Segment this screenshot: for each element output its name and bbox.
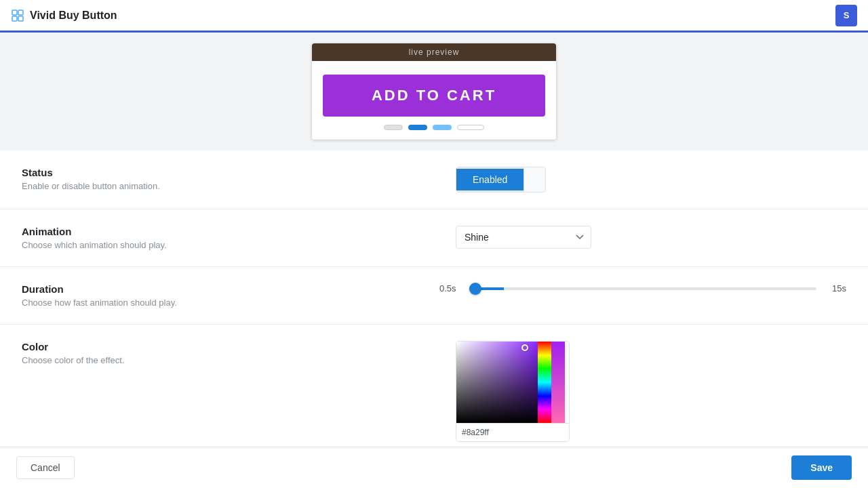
header-title: Vivid Buy Button	[30, 9, 117, 22]
duration-slider[interactable]	[469, 287, 816, 290]
color-hex-input[interactable]	[462, 428, 564, 437]
animation-row: Animation Choose which animation should …	[0, 209, 868, 267]
dot-2[interactable]	[408, 125, 427, 130]
duration-control: 0.5s 15s	[439, 283, 846, 293]
add-to-cart-button[interactable]: ADD TO CART	[323, 75, 545, 117]
status-row: Status Enable or disable button animatio…	[0, 150, 868, 209]
settings-container: Status Enable or disable button animatio…	[0, 150, 868, 459]
grid-icon	[11, 9, 24, 22]
toggle-disabled-side[interactable]	[524, 167, 545, 192]
color-label-col: Color Choose color of the effect.	[22, 341, 456, 365]
toggle-enabled-button[interactable]: Enabled	[456, 169, 524, 190]
animation-desc: Choose which animation should play.	[22, 240, 456, 250]
preview-body: ADD TO CART	[312, 61, 556, 140]
preview-section: live preview ADD TO CART	[0, 33, 868, 150]
color-desc: Choose color of the effect.	[22, 355, 456, 365]
slider-max-label: 15s	[825, 283, 846, 293]
color-hex-input-container	[456, 423, 569, 441]
preview-header: live preview	[312, 43, 556, 61]
animation-control: Shine Pulse Bounce Glow	[456, 226, 591, 249]
cancel-button[interactable]: Cancel	[16, 456, 75, 479]
color-spectrum-bar[interactable]	[538, 342, 551, 423]
color-row: Color Choose color of the effect.	[0, 325, 868, 459]
svg-rect-3	[18, 16, 23, 21]
color-picker-main	[456, 342, 569, 423]
dot-3[interactable]	[433, 125, 452, 130]
svg-rect-1	[18, 10, 23, 15]
save-button[interactable]: Save	[791, 455, 852, 480]
animation-label: Animation	[22, 226, 456, 237]
status-label-col: Status Enable or disable button animatio…	[22, 167, 456, 191]
color-label: Color	[22, 341, 456, 352]
duration-desc: Choose how fast animation should play.	[22, 298, 439, 308]
status-desc: Enable or disable button animation.	[22, 181, 456, 191]
svg-rect-0	[12, 10, 17, 15]
header-avatar[interactable]: S	[835, 5, 857, 26]
status-label: Status	[22, 167, 456, 178]
slider-min-label: 0.5s	[439, 283, 461, 293]
header-logo: Vivid Buy Button	[11, 9, 117, 22]
color-picker[interactable]	[456, 341, 570, 442]
status-control: Enabled	[456, 167, 591, 192]
color-opacity-bar[interactable]	[551, 342, 565, 423]
duration-label: Duration	[22, 283, 439, 295]
animation-label-col: Animation Choose which animation should …	[22, 226, 456, 250]
footer: Cancel Save	[0, 447, 868, 488]
duration-row: Duration Choose how fast animation shoul…	[0, 267, 868, 325]
status-toggle[interactable]: Enabled	[456, 167, 546, 192]
main-content: live preview ADD TO CART Status Enable o…	[0, 0, 868, 488]
dot-1	[384, 125, 403, 130]
color-gradient-canvas[interactable]	[456, 342, 538, 423]
duration-label-col: Duration Choose how fast animation shoul…	[22, 283, 439, 308]
svg-rect-2	[12, 16, 17, 21]
color-picker-cursor[interactable]	[521, 344, 528, 351]
dot-4[interactable]	[457, 125, 484, 130]
preview-box: live preview ADD TO CART	[312, 43, 556, 140]
color-control	[456, 341, 591, 442]
slider-container: 0.5s 15s	[439, 283, 846, 293]
header: Vivid Buy Button S	[0, 0, 868, 33]
animation-dropdown[interactable]: Shine Pulse Bounce Glow	[456, 226, 591, 249]
preview-dots	[384, 125, 484, 130]
